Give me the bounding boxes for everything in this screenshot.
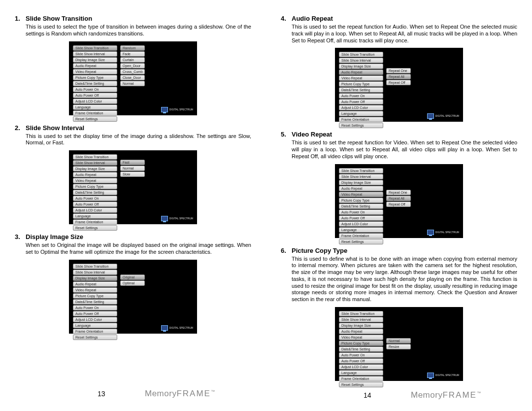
submenu-item: Normal: [120, 81, 145, 86]
digital-spectrum-logo: DIGITAL SPECTRUM: [161, 107, 193, 112]
menu-item: Auto Power Off: [339, 215, 383, 221]
digital-spectrum-logo: DIGITAL SPECTRUM: [161, 325, 193, 331]
section-body: This is used to define what is to be don…: [292, 256, 517, 303]
logo-text: DIGITAL SPECTRUM: [435, 115, 459, 117]
menu-item: Adjust LCD Color: [339, 105, 383, 110]
menu-item: Reset Settings: [339, 123, 383, 128]
logo-text: DIGITAL SPECTRUM: [169, 108, 193, 111]
logo-text: DIGITAL SPECTRUM: [169, 327, 193, 329]
menu-right-column: RandomFadeCurtainOpen_DoorCross_CombClos…: [120, 45, 145, 86]
menu-item: Audio Repeat: [339, 186, 383, 191]
menu-item: Audio Repeat: [339, 69, 383, 75]
submenu-item: Normal: [120, 166, 145, 171]
section-number: 5.: [281, 131, 292, 138]
menu-item: Auto Power Off: [339, 358, 383, 364]
menu-item: Frame Orientation: [339, 233, 383, 239]
submenu-item: Random: [120, 45, 145, 51]
monitor-icon: [161, 325, 168, 331]
menu-item: Auto Power On: [339, 209, 383, 215]
menu-item: Frame Orientation: [73, 329, 117, 334]
section-number: 4.: [281, 15, 292, 22]
logo-text: DIGITAL SPECTRUM: [435, 374, 459, 377]
section: 1.Slide Show TransitionThis is used to s…: [15, 15, 251, 115]
menu-item: Language: [339, 227, 383, 233]
menu-item: Auto Power Off: [73, 311, 117, 316]
menu-item: Adjust LCD Color: [73, 99, 117, 104]
menu-item: Date&Time Setting: [339, 346, 383, 352]
menu-item: Audio Repeat: [73, 63, 117, 68]
section-body: This is used to set the display time of …: [26, 133, 251, 147]
menu-item: Picture Copy Type: [339, 81, 383, 87]
submenu-item: Repeat One: [386, 190, 411, 195]
menu-item: Slide Show Interval: [339, 174, 383, 179]
page-number-right: 14: [364, 391, 371, 399]
menu-item: Video Repeat: [339, 335, 383, 340]
submenu-item: Repeat One: [386, 68, 411, 73]
menu-item: Slide Show Transition: [73, 264, 117, 269]
menu-item: Picture Copy Type: [73, 293, 117, 299]
submenu-item: Fade: [120, 51, 145, 57]
section-number: 6.: [281, 247, 292, 254]
menu-item: Adjust LCD Color: [339, 364, 383, 370]
submenu-item: Curtain: [120, 57, 145, 63]
submenu-item: Normal: [386, 338, 411, 343]
submenu-item: Open_Door: [120, 63, 145, 68]
menu-item: Audio Repeat: [339, 329, 383, 334]
menu-item: Language: [73, 323, 117, 328]
submenu-item: Fast: [120, 160, 145, 165]
submenu-item: Cross_Comb: [120, 69, 145, 74]
submenu-item: Original: [120, 274, 145, 280]
menu-item: Reset Settings: [73, 116, 117, 122]
menu-item: Video Repeat: [73, 69, 117, 74]
digital-spectrum-logo: DIGITAL SPECTRUM: [427, 230, 459, 235]
menu-right-column: NormalResize: [386, 338, 411, 349]
menu-item: Picture Copy Type: [73, 75, 117, 80]
menu-item: Frame Orientation: [339, 117, 383, 122]
page-left: 1.Slide Show TransitionThis is used to s…: [0, 0, 266, 411]
section-heading: 2.Slide Show Interval: [15, 124, 251, 132]
menu-item: Slide Show Transition: [339, 311, 383, 316]
menu-item: Slide Show Transition: [339, 168, 383, 173]
menu-item: Auto Power On: [73, 305, 117, 310]
section-heading: 5.Video Repeat: [281, 131, 517, 138]
menu-screenshot: Slide Show TransitionSlide Show Interval…: [335, 307, 463, 381]
menu-item: Frame Orientation: [73, 110, 117, 116]
menu-item: Auto Power On: [339, 352, 383, 358]
digital-spectrum-logo: DIGITAL SPECTRUM: [161, 216, 193, 221]
menu-item: Auto Power Off: [73, 93, 117, 98]
menu-item: Picture Copy Type: [339, 198, 383, 203]
menu-item: Slide Show Interval: [73, 270, 117, 275]
menu-item: Reset Settings: [339, 382, 383, 387]
section-title: Audio Repeat: [292, 15, 333, 22]
section-title: Video Repeat: [292, 131, 332, 138]
submenu-item: Repeat Off: [386, 202, 411, 207]
menu-item: Slide Show Transition: [73, 45, 117, 51]
submenu-item: Close_Door: [120, 75, 145, 80]
section: 6.Picture Copy TypeThis is used to defin…: [281, 247, 517, 381]
section: 5.Video RepeatThis is used to set the re…: [281, 131, 517, 238]
menu-item: Display Image Size: [73, 275, 117, 281]
menu-item: Date&Time Setting: [73, 81, 117, 86]
section-title: Picture Copy Type: [292, 247, 347, 254]
section: 4.Audio RepeatThis is used to set the re…: [281, 15, 517, 122]
section-body: This is used to set the repeat function …: [292, 139, 517, 160]
menu-item: Slide Show Interval: [339, 58, 383, 63]
menu-item: Auto Power On: [339, 93, 383, 99]
menu-item: Frame Orientation: [73, 219, 117, 225]
submenu-item: Optimal: [120, 280, 145, 286]
menu-screenshot: Slide Show TransitionSlide Show Interval…: [69, 260, 197, 334]
section-number: 2.: [15, 124, 26, 132]
section-body: This is used to select the type of trans…: [26, 24, 251, 37]
menu-screenshot: Slide Show TransitionSlide Show Interval…: [335, 164, 463, 238]
monitor-icon: [427, 113, 434, 119]
page-right: 4.Audio RepeatThis is used to set the re…: [266, 0, 532, 411]
submenu-item: Slow: [120, 171, 145, 177]
section-heading: 3.Display Image Size: [15, 233, 251, 240]
menu-item: Video Repeat: [73, 287, 117, 293]
menu-item: Date&Time Setting: [73, 299, 117, 305]
menu-item: Date&Time Setting: [73, 190, 117, 195]
menu-item: Display Image Size: [339, 180, 383, 185]
menu-item: Language: [73, 213, 117, 219]
brand-logo: MemoryFRAME™: [411, 390, 481, 400]
menu-item: Video Repeat: [339, 192, 383, 197]
